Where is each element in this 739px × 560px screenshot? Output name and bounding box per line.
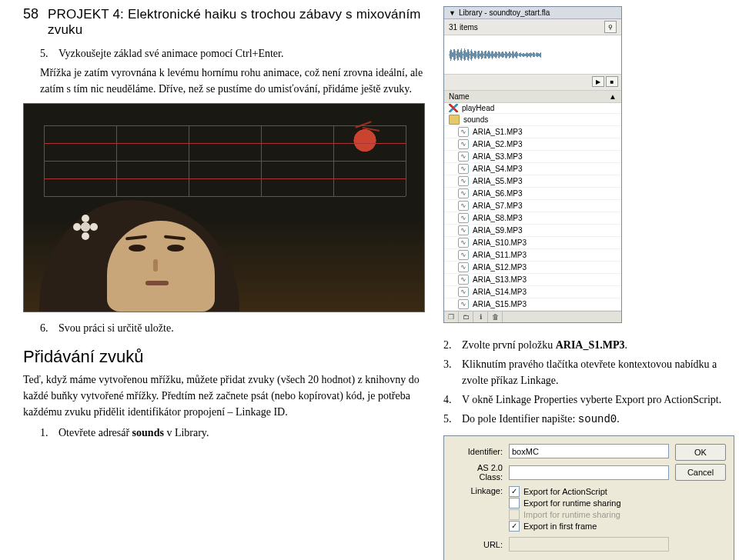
sound-icon: ∿ — [458, 139, 469, 149]
library-folder-sounds[interactable]: sounds — [444, 114, 621, 126]
step-3-text: Kliknutím pravého tlačítka otevřete kont… — [462, 356, 734, 388]
library-sound-item[interactable]: ∿ARIA_S7.MP3 — [444, 200, 621, 212]
sound-icon: ∿ — [458, 287, 469, 297]
library-sound-item[interactable]: ∿ARIA_S8.MP3 — [444, 212, 621, 225]
item-label: ARIA_S7.MP3 — [473, 202, 522, 210]
t: Do pole Identifier napište: — [462, 413, 578, 425]
checkbox-export-actionscript[interactable]: ✓ Export for ActionScript — [509, 486, 669, 497]
grid-overlay — [44, 125, 406, 196]
step-number: 2. — [443, 337, 456, 353]
library-sound-item[interactable]: ∿ARIA_S1.MP3 — [444, 126, 621, 138]
library-sound-item[interactable]: ∿ARIA_S9.MP3 — [444, 225, 621, 237]
collapse-arrow-icon[interactable]: ▼ — [449, 9, 456, 17]
item-label: ARIA_S4.MP3 — [473, 165, 522, 173]
as2-class-input[interactable] — [509, 465, 669, 480]
library-sound-item[interactable]: ∿ARIA_S14.MP3 — [444, 286, 621, 298]
new-symbol-icon[interactable]: ❐ — [444, 312, 459, 322]
paragraph-sounds: Teď, když máme vytvořenou mřížku, můžete… — [23, 372, 425, 420]
checkbox-import-runtime: Import for runtime sharing — [509, 509, 669, 520]
sound-icon: ∿ — [458, 250, 469, 260]
checkbox-icon: ✓ — [509, 521, 520, 532]
stop-icon[interactable]: ■ — [606, 76, 618, 87]
sound-icon: ∿ — [458, 225, 469, 235]
sound-icon: ∿ — [458, 213, 469, 223]
sound-icon: ∿ — [458, 299, 469, 309]
sound-waveform-preview — [444, 35, 621, 75]
item-label: ARIA_S14.MP3 — [473, 288, 527, 296]
sound-icon: ∿ — [458, 176, 469, 186]
item-label: ARIA_S1.MP3 — [473, 128, 522, 136]
pin-icon[interactable]: ⚲ — [604, 21, 617, 33]
library-titlebar[interactable]: ▼ Library - soundtoy_start.fla — [444, 7, 621, 19]
step-5-text: Do pole Identifier napište: sound0. — [462, 411, 620, 428]
as2-class-label: AS 2.0 Class: — [452, 463, 503, 482]
checkbox-label: Export in first frame — [523, 522, 597, 531]
sound-icon: ∿ — [458, 201, 469, 211]
library-sound-item[interactable]: ∿ARIA_S10.MP3 — [444, 237, 621, 249]
step-number: 3. — [443, 356, 456, 388]
library-sound-item[interactable]: ∿ARIA_S12.MP3 — [444, 262, 621, 274]
sound-icon: ∿ — [458, 164, 469, 174]
sound-icon: ∿ — [458, 275, 469, 285]
project-title: PROJEKT 4: Elektronické haiku s trochou … — [48, 7, 425, 38]
item-label: ARIA_S3.MP3 — [473, 152, 522, 161]
checkbox-icon: ✓ — [509, 486, 520, 497]
face-graphic — [39, 200, 239, 312]
item-label: ARIA_S9.MP3 — [473, 226, 522, 235]
identifier-input[interactable]: boxMC — [509, 444, 669, 458]
library-sound-item[interactable]: ∿ARIA_S3.MP3 — [444, 151, 621, 163]
t: Zvolte první položku — [462, 339, 556, 351]
checkbox-label: Export for ActionScript — [523, 487, 607, 496]
library-item-playhead[interactable]: playHead — [444, 103, 621, 114]
url-input — [509, 537, 669, 552]
delete-icon[interactable]: 🗑 — [488, 312, 503, 322]
ok-button[interactable]: OK — [675, 444, 726, 461]
step-number: 4. — [443, 392, 456, 408]
linkage-properties-dialog: Identifier: boxMC AS 2.0 Class: Linkage:… — [443, 435, 734, 560]
cancel-button[interactable]: Cancel — [675, 464, 726, 481]
step-5-text: Vyzkoušejte základ své animace pomocí Ct… — [59, 45, 283, 62]
step-number: 1. — [40, 425, 52, 441]
library-sound-item[interactable]: ∿ARIA_S2.MP3 — [444, 138, 621, 151]
new-folder-icon[interactable]: 🗀 — [459, 312, 473, 322]
item-label: ARIA_S12.MP3 — [473, 263, 527, 272]
item-label: ARIA_S2.MP3 — [473, 140, 522, 148]
library-panel: ▼ Library - soundtoy_start.fla 31 items … — [443, 6, 622, 323]
paragraph-grid: Mřížka je zatím vyrovnána k levému horní… — [23, 65, 425, 97]
sound-icon: ∿ — [458, 152, 469, 162]
sound-icon: ∿ — [458, 188, 469, 198]
item-label: ARIA_S15.MP3 — [473, 300, 527, 308]
checkbox-label: Import for runtime sharing — [523, 510, 620, 519]
library-title: Library - soundtoy_start.fla — [459, 8, 550, 17]
animation-preview-screenshot — [23, 103, 425, 312]
item-label: sounds — [463, 115, 488, 124]
library-sound-item[interactable]: ∿ARIA_S6.MP3 — [444, 188, 621, 200]
step-1-text: Otevřete adresář sounds v Library. — [59, 425, 209, 441]
section-heading-sounds: Přidávání zvuků — [23, 347, 425, 367]
library-sound-item[interactable]: ∿ARIA_S11.MP3 — [444, 249, 621, 262]
properties-icon[interactable]: ℹ — [473, 312, 488, 322]
linkage-label: Linkage: — [452, 486, 503, 495]
movieclip-icon — [449, 104, 458, 112]
page-number: 58 — [23, 6, 38, 22]
t: . — [617, 413, 620, 425]
step-number: 6. — [40, 320, 52, 336]
library-sound-item[interactable]: ∿ARIA_S15.MP3 — [444, 298, 621, 311]
step-4-text: V okně Linkage Properties vyberte Export… — [462, 392, 721, 408]
library-sound-item[interactable]: ∿ARIA_S13.MP3 — [444, 274, 621, 286]
checkbox-label: Export for runtime sharing — [523, 498, 621, 508]
step-6-text: Svou práci si určitě uložte. — [59, 320, 174, 336]
step-number: 5. — [40, 45, 52, 62]
item-label: ARIA_S13.MP3 — [473, 275, 527, 284]
checkbox-export-first-frame[interactable]: ✓ Export in first frame — [509, 521, 669, 532]
url-label: URL: — [452, 540, 503, 549]
identifier-value: sound0 — [578, 413, 617, 425]
play-icon[interactable]: ▶ — [592, 76, 604, 87]
item-label: ARIA_S6.MP3 — [473, 189, 522, 198]
checkbox-export-runtime[interactable]: Export for runtime sharing — [509, 498, 669, 508]
library-sound-item[interactable]: ∿ARIA_S4.MP3 — [444, 163, 621, 175]
column-sort-icon[interactable]: ▲ — [609, 92, 617, 101]
filename: ARIA_S1.MP3 — [556, 339, 625, 351]
library-sound-item[interactable]: ∿ARIA_S5.MP3 — [444, 175, 621, 188]
column-name[interactable]: Name — [449, 92, 609, 101]
